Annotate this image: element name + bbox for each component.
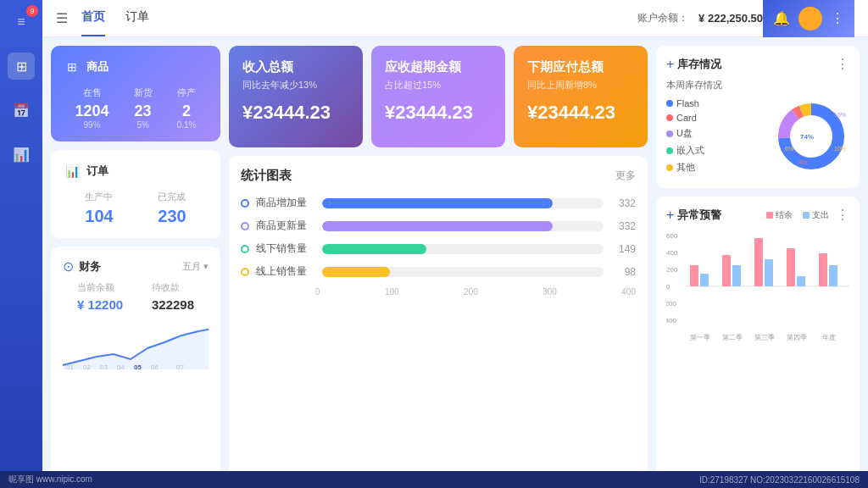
axis-400: 400 (621, 287, 636, 297)
svg-text:0: 0 (666, 283, 670, 291)
reports-icon: 📊 (13, 147, 30, 163)
legend-expense-dot (803, 212, 810, 219)
inventory-add-button[interactable]: + (666, 57, 674, 72)
bar-label-product-add: 商品增加量 (256, 196, 315, 210)
notification-icon[interactable]: 🔔 (773, 10, 790, 26)
bar-value-offline-sales: 149 (610, 243, 636, 255)
legend-embedded-dot (666, 147, 673, 154)
kpi-revenue-title: 收入总额 (242, 59, 349, 75)
stat-new-sub: 5% (134, 120, 153, 130)
sidebar: ≡ 9 ⊞ 📅 📊 (0, 0, 42, 488)
inventory-subtitle: 本周库存情况 (666, 79, 849, 92)
legend-other: 其他 (666, 161, 766, 174)
kpi-overdue: 应收超期金额 占比超过15% ¥23444.23 (371, 46, 505, 147)
kpi-revenue-sub: 同比去年减少13% (242, 79, 349, 92)
bar-row-online-sales: 线上销售量 98 (241, 264, 636, 279)
svg-rect-28 (754, 238, 763, 286)
nav-tabs: 首页 订单 (81, 9, 637, 28)
kpi-overdue-sub: 占比超过15% (385, 79, 492, 92)
alert-title-row: + 异常预警 (666, 208, 721, 223)
finance-receivable-value: 322298 (152, 297, 194, 312)
watermark: 昵享图 www.nipic.com ID:27198327 NO:2023032… (0, 471, 868, 488)
sidebar-item-calendar[interactable]: 📅 (8, 97, 35, 124)
legend-udisk-label: U盘 (676, 127, 693, 140)
main-content: ☰ 首页 订单 账户余额： ¥ 222,250.50 🔔 ⋮ ⊞ 商品 (42, 0, 868, 488)
sidebar-item-dashboard[interactable]: ⊞ (8, 53, 35, 80)
kpi-overdue-title: 应收超期金额 (385, 59, 492, 75)
finance-stats: 当前余额 ¥ 12200 待收款 322298 (63, 281, 209, 312)
kpi-revenue-amount: ¥23444.23 (242, 102, 349, 124)
bar-value-online-sales: 98 (610, 266, 636, 278)
products-icon: ⊞ (63, 58, 81, 76)
legend-balance-dot (766, 212, 773, 219)
kpi-row: 收入总额 同比去年减少13% ¥23444.23 应收超期金额 占比超过15% … (229, 46, 648, 147)
bar-track-product-add (322, 198, 604, 208)
kpi-payable-amount: ¥23444.23 (527, 102, 634, 124)
stat-disc-value: 2 (177, 103, 197, 120)
inventory-title-row: + 库存情况 (666, 57, 721, 72)
tab-orders[interactable]: 订单 (125, 9, 149, 28)
inventory-more-button[interactable]: ⋮ (836, 56, 849, 72)
finance-header: ⊙ 财务 五月 ▾ (63, 258, 209, 274)
product-stat-new: 新货 23 5% (134, 86, 153, 130)
menu-button[interactable]: ☰ (56, 10, 68, 26)
svg-text:第四季: 第四季 (787, 334, 807, 341)
alert-title: 异常预警 (677, 208, 721, 223)
legend-card: Card (666, 113, 766, 123)
kpi-payable-title: 下期应付总额 (527, 59, 634, 75)
bar-value-product-update: 332 (610, 220, 636, 232)
alert-more-button[interactable]: ⋮ (836, 207, 849, 223)
finance-receivable: 待收款 322298 (152, 281, 194, 312)
bar-label-product-update: 商品更新量 (256, 219, 315, 233)
alert-legend: 结余 支出 (766, 209, 829, 221)
finance-icon: ⊙ (63, 258, 74, 274)
header-right: 账户余额： ¥ 222,250.50 (637, 11, 763, 25)
bar-track-online-sales (322, 267, 604, 277)
legend-flash: Flash (666, 98, 766, 108)
legend-other-label: 其他 (676, 161, 695, 174)
alert-legend-expense: 支出 (803, 209, 829, 221)
avatar[interactable] (798, 7, 822, 30)
bar-label-offline-sales: 线下销售量 (256, 241, 315, 256)
inventory-title: 库存情况 (677, 57, 721, 72)
svg-text:6%: 6% (785, 146, 793, 152)
svg-text:第一季: 第一季 (690, 334, 710, 341)
svg-rect-31 (797, 276, 805, 286)
sidebar-item-reports[interactable]: 📊 (8, 141, 35, 168)
stat-disc-sub: 0.1% (177, 120, 197, 130)
finance-month-selector[interactable]: 五月 ▾ (182, 260, 209, 273)
legend-card-dot (666, 114, 673, 121)
legend-embedded: 嵌入式 (666, 144, 766, 157)
more-menu-icon[interactable]: ⋮ (831, 10, 844, 26)
svg-rect-33 (829, 265, 837, 286)
product-stat-onsale: 在售 1204 99% (75, 86, 109, 130)
svg-rect-30 (787, 248, 795, 286)
order-stat-done: 已完成 230 (158, 191, 186, 226)
finance-card: ⊙ 财务 五月 ▾ 当前余额 ¥ 12200 待收款 322298 (51, 247, 220, 480)
alert-add-button[interactable]: + (666, 208, 674, 223)
bar-fill-offline-sales (322, 244, 426, 254)
kpi-payable: 下期应付总额 同比上周新增8% ¥23444.23 (514, 46, 648, 147)
donut-chart: 16% 10% 4% 6% 74% (773, 98, 849, 175)
chart-more-link[interactable]: 更多 (615, 169, 636, 183)
axis-200: 200 (464, 287, 478, 297)
svg-text:03: 03 (100, 363, 108, 369)
svg-text:600: 600 (666, 232, 678, 240)
inventory-content: Flash Card U盘 嵌入式 (666, 98, 849, 178)
orders-stats: 生产中 104 已完成 230 (63, 191, 209, 226)
svg-text:年度: 年度 (822, 334, 836, 341)
inventory-card: + 库存情况 ⋮ 本周库存情况 Flash Card (656, 46, 860, 188)
tab-home[interactable]: 首页 (81, 9, 105, 28)
orders-title: 订单 (86, 164, 108, 179)
alert-header: + 异常预警 结余 支出 (666, 207, 849, 223)
stat-disc-label: 停产 (177, 86, 197, 99)
svg-rect-27 (732, 265, 741, 286)
inventory-legend: Flash Card U盘 嵌入式 (666, 98, 766, 178)
svg-text:400: 400 (666, 249, 678, 257)
stat-onsale-value: 1204 (75, 103, 109, 120)
bar-label-online-sales: 线上销售量 (256, 264, 315, 279)
stat-new-label: 新货 (134, 86, 153, 99)
svg-text:74%: 74% (800, 133, 814, 141)
sidebar-item-home[interactable]: ≡ 9 (8, 8, 35, 36)
svg-text:200: 200 (666, 266, 678, 274)
